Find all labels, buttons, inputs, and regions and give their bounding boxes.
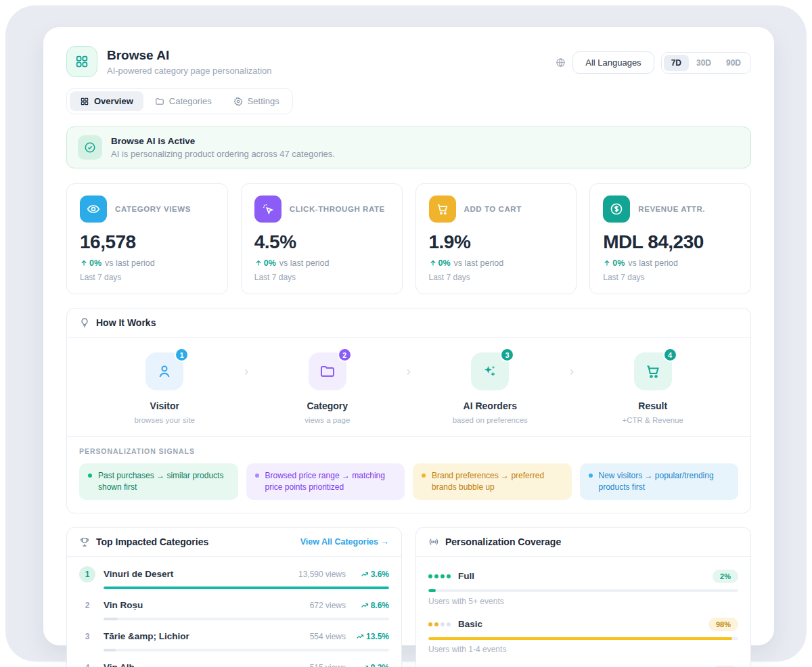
header-controls: All Languages 7D 30D 90D	[556, 51, 751, 74]
page-subtitle: AI-powered category page personalization	[107, 66, 272, 76]
stat-change-note: vs last period	[279, 258, 330, 268]
tab-overview[interactable]: Overview	[70, 91, 143, 111]
stat-change-note: vs last period	[105, 258, 155, 268]
category-name: Vinuri de Desert	[104, 569, 290, 579]
coverage-bar-fill	[428, 589, 436, 592]
stat-value: 4.5%	[254, 231, 389, 253]
category-name: Tărie &amp; Lichior	[104, 631, 302, 641]
signal-chip-past-purchases: Past purchases → similar products shown …	[79, 463, 238, 500]
stat-change-note: vs last period	[628, 258, 678, 268]
coverage-title: Personalization Coverage	[445, 536, 561, 547]
coverage-dots	[428, 574, 451, 578]
step-subtitle: views a page	[304, 416, 350, 424]
coverage-row-default: Default 0% New visitors	[428, 660, 738, 667]
stat-value: MDL 84,230	[603, 231, 738, 253]
category-bar-track	[104, 586, 389, 589]
banner-title: Browse AI is Active	[111, 136, 335, 146]
category-row[interactable]: 2 Vin Roșu 672 views 8.6%	[79, 593, 389, 624]
tab-categories-label: Categories	[169, 96, 212, 106]
tab-settings-label: Settings	[248, 96, 279, 106]
category-change: 13.5%	[354, 632, 389, 641]
coverage-panel: Personalization Coverage Full 2% Users w…	[415, 527, 751, 667]
coverage-label: Full	[458, 571, 474, 581]
coverage-description: Users with 1-4 events	[428, 645, 738, 654]
period-7d[interactable]: 7D	[664, 55, 689, 71]
trend-up-icon	[361, 664, 369, 667]
dot-icon	[255, 474, 259, 478]
coverage-pct-badge: 98%	[708, 618, 738, 631]
category-change: 8.6%	[354, 601, 389, 610]
tab-overview-label: Overview	[94, 96, 133, 106]
lightbulb-icon	[79, 317, 90, 328]
dot-icon	[589, 474, 593, 478]
grid-icon	[80, 97, 89, 106]
period-30d[interactable]: 30D	[689, 55, 719, 71]
stat-label: CLICK-THROUGH RATE	[290, 205, 385, 213]
language-selector[interactable]: All Languages	[572, 51, 654, 74]
category-bar-track	[104, 618, 389, 620]
category-row[interactable]: 1 Vinuri de Desert 13,590 views 3.6%	[79, 562, 389, 593]
rank-badge: 1	[79, 566, 95, 582]
category-views: 672 views	[310, 601, 346, 610]
step-title: Visitor	[150, 400, 179, 411]
browse-ai-dashboard: Browse AI AI-powered category page perso…	[43, 27, 774, 645]
coverage-list: Full 2% Users with 5+ events Basic 98%	[416, 557, 750, 667]
category-bar-fill	[104, 586, 389, 589]
gear-icon	[233, 97, 243, 106]
arrow-up-icon	[429, 259, 437, 267]
stat-label: ADD TO CART	[464, 205, 522, 213]
trend-up-icon	[361, 601, 369, 610]
tab-categories[interactable]: Categories	[145, 91, 222, 111]
rank-badge: 4	[79, 660, 95, 667]
browse-ai-logo-icon	[66, 46, 97, 77]
signal-text: Brand preferences → preferred brands bub…	[432, 470, 563, 493]
brand-text: Browse AI AI-powered category page perso…	[107, 48, 272, 76]
category-name: Vin Alb	[104, 662, 302, 667]
signal-text: Past purchases → similar products shown …	[98, 470, 229, 493]
step-number-badge: 4	[663, 348, 677, 362]
globe-icon	[556, 58, 566, 68]
signals-label: PERSONALIZATION SIGNALS	[79, 447, 738, 455]
rank-badge: 2	[79, 597, 95, 614]
eye-icon	[80, 196, 107, 223]
chevron-right-icon	[564, 367, 580, 377]
step-title: Result	[638, 400, 667, 411]
step-ai-reorders: 3 AI Reorders based on preferences	[417, 352, 564, 424]
how-it-works-steps: 1 Visitor browses your site 2 Categ	[67, 338, 750, 436]
stats-row: CATEGORY VIEWS 16,578 0% vs last period …	[66, 183, 751, 294]
category-row[interactable]: 4 Vin Alb 515 views 9.3%	[79, 656, 389, 667]
coverage-pct-badge: 2%	[713, 570, 738, 583]
stat-change: 0%	[603, 258, 625, 268]
step-subtitle: +CTR & Revenue	[623, 416, 683, 424]
view-all-categories-link[interactable]: View All Categories →	[300, 537, 389, 547]
brand: Browse AI AI-powered category page perso…	[66, 46, 272, 77]
step-number-badge: 3	[500, 348, 514, 362]
stat-card-revenue-attr: REVENUE ATTR. MDL 84,230 0% vs last peri…	[589, 183, 751, 294]
folder-icon	[155, 97, 164, 106]
period-toggle-group: 7D 30D 90D	[661, 52, 751, 74]
check-circle-icon	[78, 135, 102, 160]
signal-text: Browsed price range → matching price poi…	[265, 470, 397, 493]
category-views: 13,590 views	[298, 570, 346, 579]
stat-change: 0%	[80, 258, 102, 268]
category-row[interactable]: 3 Tărie &amp; Lichior 554 views 13.5%	[79, 624, 389, 656]
step-number-badge: 1	[175, 348, 189, 362]
category-views: 554 views	[310, 632, 346, 641]
coverage-bar-track	[428, 637, 738, 640]
stat-value: 1.9%	[429, 231, 564, 253]
tab-settings[interactable]: Settings	[223, 91, 290, 111]
period-90d[interactable]: 90D	[719, 55, 748, 71]
coverage-bar-fill	[428, 637, 732, 640]
signal-text: New visitors → popular/trending products…	[599, 470, 730, 493]
cursor-click-icon	[254, 196, 281, 223]
stat-change: 0%	[254, 258, 276, 268]
banner-text-block: Browse AI is Active AI is personalizing …	[111, 136, 335, 159]
step-title: AI Reorders	[464, 400, 517, 411]
step-number-badge: 2	[338, 348, 352, 362]
stat-period: Last 7 days	[254, 273, 389, 282]
step-subtitle: based on preferences	[453, 416, 528, 424]
stat-label: REVENUE ATTR.	[638, 205, 705, 213]
cart-icon	[429, 196, 456, 223]
header: Browse AI AI-powered category page perso…	[66, 46, 751, 77]
page-background: Browse AI AI-powered category page perso…	[5, 5, 807, 662]
